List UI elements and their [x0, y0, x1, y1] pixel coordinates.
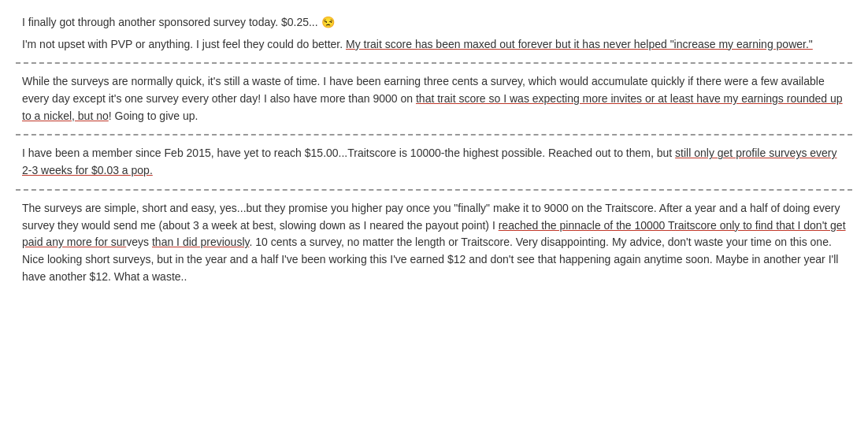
review-4-text-c: veys: [126, 236, 152, 248]
review-3-para-1: I have been a member since Feb 2015, hav…: [22, 145, 846, 179]
review-4-text-d: than I did previously: [152, 236, 249, 248]
review-3-text-a: I have been a member since Feb 2015, hav…: [22, 147, 675, 159]
review-1-section: I finally got through another sponsored …: [16, 8, 852, 64]
review-4-para-1: The surveys are simple, short and easy, …: [22, 200, 846, 285]
reviews-container: I finally got through another sponsored …: [0, 0, 868, 303]
review-1-text-2a: I'm not upset with PVP or anything. I ju…: [22, 38, 346, 50]
review-2-text-c: ! Going to give up.: [109, 110, 198, 122]
review-1-emoji: 😒: [321, 16, 335, 28]
review-2-section: While the surveys are normally quick, it…: [16, 64, 852, 136]
review-4-section: The surveys are simple, short and easy, …: [16, 191, 852, 295]
review-2-para-1: While the surveys are normally quick, it…: [22, 73, 846, 124]
review-1-para-1: I finally got through another sponsored …: [22, 14, 846, 32]
review-1-text-1a: I finally got through another sponsored …: [22, 16, 321, 28]
review-1-para-2: I'm not upset with PVP or anything. I ju…: [22, 36, 846, 54]
review-3-section: I have been a member since Feb 2015, hav…: [16, 136, 852, 190]
review-1-text-2b: My trait score has been maxed out foreve…: [346, 38, 813, 50]
